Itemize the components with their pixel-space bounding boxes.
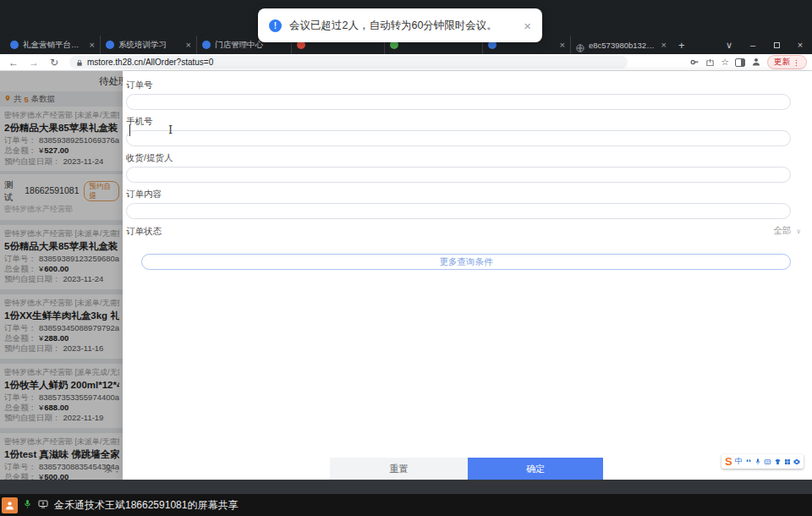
tab-favicon: [202, 41, 211, 49]
notification-close-icon[interactable]: ×: [524, 19, 531, 32]
new-tab-button[interactable]: +: [678, 39, 685, 52]
page-content: 待处理 共 5 条数据 密特罗德水产经营部 [未派单/无需拆单] 2份精品大果8…: [0, 71, 812, 494]
meeting-app-icon[interactable]: [2, 497, 18, 513]
status-selected-value: 全部: [773, 225, 791, 237]
page-bottom-strip: [0, 480, 812, 494]
tab-close-icon[interactable]: ×: [186, 41, 191, 50]
profile-avatar[interactable]: [751, 55, 761, 70]
ime-chinese-mode-icon[interactable]: 中: [735, 458, 743, 465]
browser-toolbar: ← → ↻ mstore.th28.cn/AllOrder?status=0 ☆…: [0, 54, 812, 71]
content-field-label: 订单内容: [126, 189, 791, 199]
mouse-ibeam-cursor: I: [168, 124, 173, 136]
globe-icon: [576, 41, 584, 49]
order-filter-drawer: 订单号 手机号 收货/提货人 订单内容 订单状态 全部 ∨ 更多查询条件 重置 …: [123, 71, 812, 480]
microphone-icon[interactable]: [23, 497, 32, 513]
ime-mic-icon[interactable]: [754, 458, 761, 465]
content-input[interactable]: [126, 203, 791, 219]
order-no-field-label: 订单号: [126, 80, 791, 90]
phone-input[interactable]: [126, 130, 791, 146]
window-close-button[interactable]: ×: [788, 40, 812, 50]
ime-logo-icon[interactable]: S: [725, 456, 732, 467]
tab-hash[interactable]: e8c573980b1328a258fd2e6... ×: [570, 36, 672, 54]
reload-button[interactable]: ↻: [46, 58, 63, 68]
password-key-icon[interactable]: [690, 55, 700, 70]
lock-icon: [76, 55, 83, 70]
tab-close-icon[interactable]: ×: [560, 41, 565, 50]
ime-keyboard-icon[interactable]: [764, 458, 771, 465]
tab-favicon: [106, 41, 114, 49]
reset-button[interactable]: 重置: [330, 458, 468, 480]
tab-favicon: [10, 41, 19, 49]
forward-button[interactable]: →: [25, 58, 42, 68]
screen-share-icon[interactable]: [37, 497, 49, 513]
status-field[interactable]: 订单状态 全部 ∨: [126, 225, 801, 237]
url-text: mstore.th28.cn/AllOrder?status=0: [87, 58, 213, 67]
tab-title: e8c573980b1328a258fd2e6...: [589, 41, 657, 50]
back-button[interactable]: ←: [5, 58, 22, 68]
phone-field-label: 手机号: [126, 116, 791, 126]
notification-text: 会议已超过2人，自动转为60分钟限时会议。: [289, 19, 516, 33]
screen-share-status: 金禾通技术王斌18662591081的屏幕共享: [54, 498, 238, 513]
screen: 礼盒营销平台管理中心 × 系统培训学习 × 门店管理中心: [0, 0, 812, 516]
tab-title: 系统培训学习: [118, 40, 182, 51]
ime-punctuation-icon[interactable]: [745, 458, 752, 465]
dim-overlay: [0, 71, 123, 480]
receiver-field-label: 收货/提货人: [126, 152, 791, 162]
ime-settings-icon[interactable]: [793, 458, 800, 465]
receiver-input[interactable]: [126, 167, 791, 183]
ime-toolbar: S 中: [721, 454, 804, 469]
maximize-icon: [774, 42, 780, 48]
status-field-label: 订单状态: [126, 226, 162, 236]
meeting-notification: ! 会议已超过2人，自动转为60分钟限时会议。 ×: [258, 8, 542, 42]
tab-close-icon[interactable]: ×: [661, 41, 667, 50]
chevron-down-icon: ∨: [796, 228, 801, 235]
toolbar-actions: ☆ 更新 ⋮: [690, 55, 807, 70]
update-label: 更新: [774, 57, 790, 68]
ime-toolbox-icon[interactable]: [784, 458, 791, 465]
share-icon[interactable]: [705, 55, 715, 70]
ime-skin-icon[interactable]: [774, 458, 782, 465]
tab-close-icon[interactable]: ×: [90, 41, 95, 50]
tab-title: 礼盒营销平台管理中心: [23, 40, 85, 51]
side-panel-icon[interactable]: [735, 58, 745, 67]
bookmark-star-icon[interactable]: ☆: [721, 58, 729, 67]
tab-training[interactable]: 系统培训学习 ×: [100, 36, 196, 54]
order-no-input[interactable]: [126, 94, 791, 110]
minimize-button[interactable]: –: [741, 40, 765, 50]
more-filters-button[interactable]: 更多查询条件: [141, 254, 791, 270]
drawer-footer: 重置 确定: [330, 458, 603, 480]
window-controls: ∨ – ×: [717, 40, 812, 51]
info-icon: !: [269, 19, 282, 32]
address-bar[interactable]: mstore.th28.cn/AllOrder?status=0: [69, 56, 628, 69]
text-caret: [129, 125, 130, 136]
maximize-button[interactable]: [765, 40, 788, 50]
menu-dots-icon: ⋮: [793, 58, 800, 67]
taskbar: 金禾通技术王斌18662591081的屏幕共享: [0, 494, 812, 516]
tab-search-icon[interactable]: ∨: [717, 40, 741, 51]
confirm-button[interactable]: 确定: [468, 458, 603, 480]
tab-gift-platform[interactable]: 礼盒营销平台管理中心 ×: [5, 36, 100, 54]
update-button[interactable]: 更新 ⋮: [767, 55, 807, 69]
